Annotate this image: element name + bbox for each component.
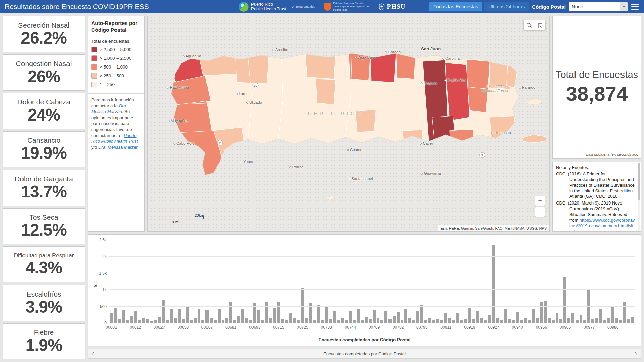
chart-bar[interactable] [567, 318, 570, 323]
chart-bar[interactable] [420, 305, 423, 323]
zoom-out-button[interactable]: − [535, 207, 545, 217]
chart-bar[interactable] [361, 320, 364, 323]
chart-bar[interactable] [556, 313, 559, 323]
chart-bar[interactable] [548, 318, 551, 323]
chart-bar[interactable] [524, 318, 527, 323]
chart-bar[interactable] [277, 302, 280, 323]
chart-bar[interactable] [393, 316, 396, 323]
hamburger-menu-icon[interactable] [631, 3, 639, 10]
chart-bar[interactable] [580, 315, 583, 323]
chart-bar[interactable] [190, 320, 193, 323]
info-link[interactable]: Dra. Melissa Marzan [98, 145, 138, 150]
chart-bar[interactable] [611, 307, 614, 323]
chart-bar[interactable] [384, 311, 387, 323]
chart-bar[interactable] [130, 316, 133, 323]
bookmark-icon[interactable] [535, 20, 545, 30]
filter-button-0[interactable]: Todas las Encuestas [429, 2, 482, 11]
chart-bar[interactable] [357, 309, 360, 323]
chart-bar[interactable] [142, 318, 145, 323]
chart-bar[interactable] [452, 320, 455, 323]
chart-bar[interactable] [309, 303, 312, 323]
chart-bar[interactable] [623, 302, 626, 323]
chart-bar[interactable] [269, 318, 272, 323]
chart-bar[interactable] [377, 318, 380, 323]
chart-bar[interactable] [540, 302, 543, 323]
chart-bar[interactable] [559, 319, 562, 323]
chart-bar[interactable] [205, 310, 209, 323]
chart-bar[interactable] [166, 320, 169, 323]
chart-bar[interactable] [631, 317, 634, 323]
chart-bar[interactable] [301, 288, 304, 323]
chart-bar[interactable] [110, 313, 113, 323]
chart-bar[interactable] [198, 309, 201, 323]
chart-bar[interactable] [146, 319, 149, 323]
chart-bar[interactable] [571, 313, 574, 323]
chart-bar[interactable] [257, 310, 260, 323]
chart-bar[interactable] [448, 318, 451, 323]
chart-bar[interactable] [544, 301, 547, 323]
chart-bar[interactable] [313, 320, 316, 323]
chart-bar[interactable] [488, 315, 491, 323]
chart-bar[interactable] [456, 313, 459, 323]
chart-bar[interactable] [460, 320, 463, 323]
chart-bar[interactable] [444, 313, 447, 323]
chart-bar[interactable] [599, 309, 602, 323]
chart-bar[interactable] [563, 277, 566, 323]
chart-bar[interactable] [182, 319, 185, 323]
chart-bar[interactable] [480, 318, 483, 323]
chart-bar[interactable] [607, 318, 610, 323]
chart-bar[interactable] [178, 309, 181, 323]
map[interactable]: AguadillaHato ArribaAreciboVega BajaDora… [147, 16, 550, 232]
chart-bar[interactable] [464, 319, 467, 323]
chart-bar[interactable] [341, 318, 344, 323]
zoom-in-button[interactable]: + [535, 196, 545, 206]
chart-bar[interactable] [162, 300, 165, 323]
chart-bar[interactable] [492, 245, 495, 323]
chart-bar[interactable] [241, 309, 244, 323]
chart-bar[interactable] [333, 311, 336, 323]
chart-bar[interactable] [500, 320, 503, 323]
chart-bar[interactable] [233, 320, 236, 323]
chart-bar[interactable] [134, 311, 137, 323]
chart-bar[interactable] [468, 308, 471, 323]
chart-bar[interactable] [126, 320, 129, 323]
chart-bar[interactable] [194, 318, 197, 323]
chart-bar[interactable] [218, 309, 221, 323]
chevron-left-icon[interactable] [91, 352, 94, 356]
chart-bar[interactable] [214, 320, 217, 323]
chart-bar[interactable] [281, 319, 284, 323]
postal-code-select[interactable]: None ▾ [569, 2, 628, 11]
chart-bar[interactable] [186, 307, 189, 323]
chart-bar[interactable] [397, 312, 400, 323]
chart-bar[interactable] [285, 320, 288, 323]
chart-bar[interactable] [174, 318, 177, 323]
chart-bar[interactable] [222, 320, 225, 323]
chart-bar[interactable] [317, 305, 320, 323]
chart-bar[interactable] [388, 319, 392, 323]
filter-button-1[interactable]: Ultimas 24 horas [484, 2, 529, 11]
chart-bar[interactable] [289, 313, 292, 323]
chart-bar[interactable] [297, 320, 300, 323]
chart-bar[interactable] [170, 309, 173, 323]
chart-bar[interactable] [245, 318, 248, 323]
chart-bar[interactable] [365, 317, 368, 323]
citation-link[interactable]: https://www.cdc.gov/coronavirus/2019-nco… [569, 218, 635, 232]
chart-bar[interactable] [516, 312, 519, 323]
chart-bar[interactable] [237, 316, 240, 323]
chart-bar[interactable] [225, 318, 228, 323]
chart-bar[interactable] [508, 319, 511, 323]
chart-bar[interactable] [603, 320, 606, 323]
chart-bar[interactable] [615, 318, 618, 323]
chart-bar[interactable] [337, 320, 340, 323]
chart-bar[interactable] [380, 320, 383, 323]
chart-bar[interactable] [261, 320, 264, 323]
chart-bar[interactable] [273, 308, 276, 323]
chart-bar[interactable] [138, 320, 141, 323]
chart-bar[interactable] [373, 310, 376, 323]
chart-bar[interactable] [201, 320, 204, 323]
chart-bar[interactable] [476, 311, 479, 323]
chart-bar[interactable] [552, 320, 555, 323]
chart-bar[interactable] [416, 311, 419, 323]
chart-bar[interactable] [329, 319, 332, 323]
chart-bar[interactable] [576, 320, 579, 323]
